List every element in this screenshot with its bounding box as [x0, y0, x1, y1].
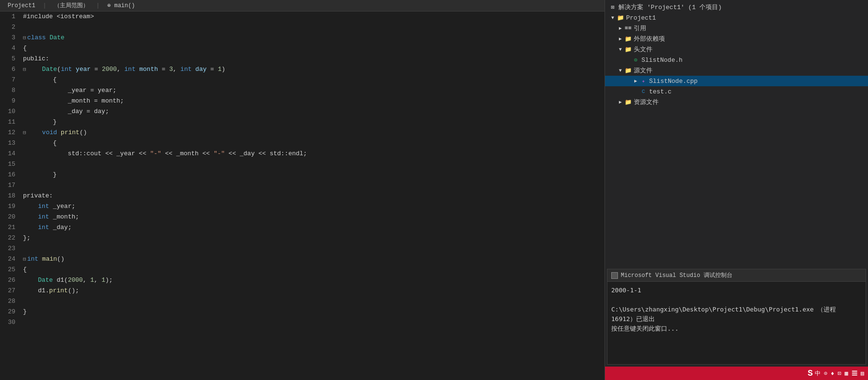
tree-slistnode-cpp[interactable]: ▶ ✦ SlistNode.cpp	[605, 76, 868, 86]
code-line-14: std::cout << _year << "-" << _month << "…	[23, 149, 601, 159]
code-content[interactable]: #include <iostream> ⊟ class Date { publi…	[19, 12, 605, 380]
code-line-6: ⊟ Date ( int year = 2000 , int month = 3…	[23, 64, 601, 75]
cpp-arrow: ▶	[632, 77, 640, 85]
source-icon: 📁	[624, 67, 632, 74]
headers-label: 头文件	[634, 45, 652, 54]
tree-project1[interactable]: ▼ 📁 Project1	[605, 12, 868, 23]
source-label: 源文件	[634, 66, 652, 75]
slistnode-h-label: SlistNode.h	[641, 57, 683, 64]
h-icon: ⊙	[632, 56, 640, 64]
project1-icon: 📁	[617, 14, 624, 22]
code-line-1: #include <iostream>	[23, 12, 601, 22]
ref-icon: ■■	[624, 24, 632, 32]
code-line-29: }	[23, 307, 601, 317]
code-line-27: d1. print ();	[23, 286, 601, 296]
sogou-taskbar: S 中 ⊙ ♦ ⊡ ▦ ☰ ▤	[605, 367, 868, 380]
tree-slistnode-h[interactable]: ⊙ SlistNode.h	[605, 55, 868, 65]
console-output-1: 2000-1-1	[611, 286, 862, 295]
code-area: 1 2 3 4 5 6 7 8 9 10 11 12 13 14 15 16 1…	[0, 12, 605, 380]
collapse-3[interactable]: ⊟	[23, 33, 26, 43]
code-line-11: }	[23, 117, 601, 127]
code-line-26: Date d1( 2000 , 1 , 1 );	[23, 275, 601, 286]
solution-explorer: ⊠ 解决方案 'Project1' (1 个项目) ▼ 📁 Project1 ▶…	[605, 0, 868, 267]
cpp-icon: ✦	[640, 77, 647, 85]
resources-icon: 📁	[624, 98, 632, 106]
code-line-5: public:	[23, 54, 601, 64]
code-line-18: private:	[23, 191, 601, 201]
sogou-s-icon: S	[808, 368, 813, 378]
ref-arrow: ▶	[617, 24, 624, 32]
tree-headers[interactable]: ▼ 📁 头文件	[605, 44, 868, 55]
console-body[interactable]: 2000-1-1 C:\Users\zhangxing\Desktop\Proj…	[607, 282, 866, 364]
editor-toolbar: Project1 | （主局范围） | ⊕ main()	[0, 0, 605, 12]
console-output-3: C:\Users\zhangxing\Desktop\Project1\Debu…	[611, 305, 862, 324]
code-line-30	[23, 317, 601, 328]
collapse-24[interactable]: ⊟	[23, 254, 26, 265]
ext-arrow: ▶	[617, 35, 624, 43]
line-numbers: 1 2 3 4 5 6 7 8 9 10 11 12 13 14 15 16 1…	[0, 12, 19, 380]
tree-resources[interactable]: ▶ 📁 资源文件	[605, 97, 868, 107]
code-line-12: ⊟ void print ()	[23, 127, 601, 138]
resources-label: 资源文件	[634, 98, 659, 106]
tree-source[interactable]: ▼ 📁 源文件	[605, 65, 868, 76]
collapse-12[interactable]: ⊟	[23, 127, 26, 138]
headers-arrow: ▼	[617, 46, 624, 53]
code-line-7: {	[23, 75, 601, 85]
sogou-toolbar-icons: 中 ⊙ ♦ ⊡ ▦ ☰ ▤	[815, 369, 864, 378]
code-line-20: int _month;	[23, 212, 601, 222]
solution-label: 解决方案 'Project1' (1 个项目)	[618, 3, 722, 12]
tree-external-deps[interactable]: ▶ 📁 外部依赖项	[605, 34, 868, 44]
resources-arrow: ▶	[617, 98, 624, 106]
console-icon	[611, 272, 618, 279]
tree-ref[interactable]: ▶ ■■ 引用	[605, 23, 868, 34]
tree-test-c[interactable]: c test.c	[605, 86, 868, 97]
code-line-25: {	[23, 265, 601, 275]
toolbar-project[interactable]: Project1	[4, 1, 39, 10]
code-line-16: }	[23, 170, 601, 180]
toolbar-function[interactable]: ⊕ main()	[103, 1, 139, 10]
slistnode-cpp-label: SlistNode.cpp	[649, 78, 697, 85]
ext-label: 外部依赖项	[634, 35, 665, 43]
solution-icon: ⊠	[609, 3, 617, 11]
code-line-21: int _day;	[23, 222, 601, 233]
debug-console: Microsoft Visual Studio 调试控制台 2000-1-1 C…	[607, 269, 866, 365]
code-line-2	[23, 22, 601, 33]
tree-solution-root: ⊠ 解决方案 'Project1' (1 个项目)	[605, 2, 868, 12]
console-output-4: 按任意键关闭此窗口...	[611, 324, 862, 334]
code-line-10: _day = day;	[23, 106, 601, 117]
code-line-15	[23, 159, 601, 170]
console-title: Microsoft Visual Studio 调试控制台	[621, 271, 732, 279]
console-titlebar: Microsoft Visual Studio 调试控制台	[607, 269, 866, 282]
code-line-17	[23, 180, 601, 191]
project1-label: Project1	[626, 14, 656, 22]
code-line-24: ⊟ int main ()	[23, 254, 601, 265]
code-line-4: {	[23, 43, 601, 54]
code-line-22: };	[23, 233, 601, 243]
code-line-9: _month = month;	[23, 96, 601, 106]
code-line-3: ⊟ class Date	[23, 33, 601, 43]
editor-panel: Project1 | （主局范围） | ⊕ main() 1 2 3 4 5 6…	[0, 0, 605, 380]
code-line-23	[23, 243, 601, 254]
right-panel: ⊠ 解决方案 'Project1' (1 个项目) ▼ 📁 Project1 ▶…	[605, 0, 868, 380]
collapse-6[interactable]: ⊟	[23, 64, 26, 75]
code-line-8: _year = year;	[23, 85, 601, 96]
code-line-28	[23, 296, 601, 307]
headers-icon: 📁	[624, 46, 632, 53]
project1-arrow: ▼	[609, 14, 617, 22]
ref-label: 引用	[634, 24, 646, 33]
code-line-13: {	[23, 138, 601, 149]
c-icon: c	[640, 88, 647, 95]
console-output-2	[611, 295, 862, 305]
source-arrow: ▼	[617, 67, 624, 74]
code-line-19: int _year;	[23, 201, 601, 212]
ext-icon: 📁	[624, 35, 632, 43]
toolbar-scope[interactable]: （主局范围）	[50, 0, 92, 11]
test-c-label: test.c	[649, 88, 672, 95]
